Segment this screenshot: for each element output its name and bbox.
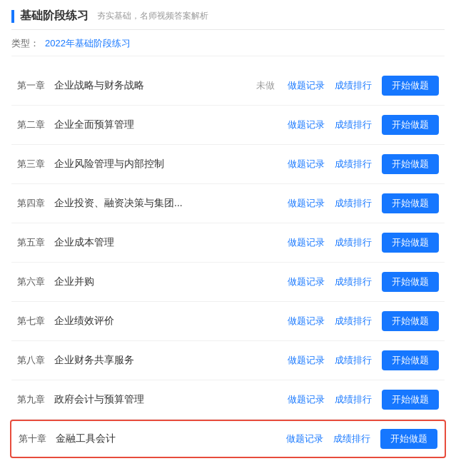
start-button[interactable]: 开始做题 xyxy=(382,233,439,253)
chapter-list: 第一章企业战略与财务战略未做做题记录成绩排行开始做题第二章企业全面预算管理做题记… xyxy=(11,66,445,458)
chapter-name: 企业成本管理 xyxy=(54,236,288,249)
chapter-item: 第五章企业成本管理做题记录成绩排行开始做题 xyxy=(11,223,445,263)
chapter-status: 未做 xyxy=(256,79,275,92)
start-button[interactable]: 开始做题 xyxy=(382,76,439,96)
chapter-number: 第三章 xyxy=(17,158,54,171)
score-rank-link[interactable]: 成绩排行 xyxy=(335,393,372,406)
do-record-link[interactable]: 做题记录 xyxy=(286,432,323,445)
chapter-item: 第六章企业并购做题记录成绩排行开始做题 xyxy=(11,263,445,302)
chapter-item: 第十章金融工具会计做题记录成绩排行开始做题 xyxy=(10,420,446,458)
chapter-number: 第九章 xyxy=(17,393,54,406)
do-record-link[interactable]: 做题记录 xyxy=(288,275,325,288)
start-button[interactable]: 开始做题 xyxy=(382,311,439,331)
start-button[interactable]: 开始做题 xyxy=(380,429,437,449)
start-button[interactable]: 开始做题 xyxy=(382,154,439,174)
chapter-item: 第一章企业战略与财务战略未做做题记录成绩排行开始做题 xyxy=(11,66,445,106)
main-container: 基础阶段练习 夯实基础，名师视频答案解析 类型： 2022年基础阶段练习 第一章… xyxy=(0,0,456,476)
start-button[interactable]: 开始做题 xyxy=(382,115,439,135)
chapter-number: 第七章 xyxy=(17,315,54,328)
start-button[interactable]: 开始做题 xyxy=(382,272,439,292)
chapter-name: 政府会计与预算管理 xyxy=(54,393,288,406)
filter-label: 类型： xyxy=(11,37,39,50)
score-rank-link[interactable]: 成绩排行 xyxy=(335,236,372,249)
score-rank-link[interactable]: 成绩排行 xyxy=(335,197,372,210)
chapter-name: 金融工具会计 xyxy=(56,432,286,445)
score-rank-link[interactable]: 成绩排行 xyxy=(333,432,370,445)
do-record-link[interactable]: 做题记录 xyxy=(288,315,325,328)
start-button[interactable]: 开始做题 xyxy=(382,350,439,370)
chapter-number: 第四章 xyxy=(17,197,54,210)
score-rank-link[interactable]: 成绩排行 xyxy=(335,158,372,171)
score-rank-link[interactable]: 成绩排行 xyxy=(335,315,372,328)
chapter-number: 第五章 xyxy=(17,236,54,249)
section-header: 基础阶段练习 夯实基础，名师视频答案解析 xyxy=(11,9,445,30)
score-rank-link[interactable]: 成绩排行 xyxy=(335,275,372,288)
start-button[interactable]: 开始做题 xyxy=(382,390,439,410)
score-rank-link[interactable]: 成绩排行 xyxy=(335,354,372,367)
chapter-name: 企业绩效评价 xyxy=(54,315,288,328)
title-bar-accent xyxy=(11,10,14,23)
score-rank-link[interactable]: 成绩排行 xyxy=(335,79,372,92)
do-record-link[interactable]: 做题记录 xyxy=(288,158,325,171)
chapter-item: 第四章企业投资、融资决策与集团...做题记录成绩排行开始做题 xyxy=(11,184,445,223)
start-button[interactable]: 开始做题 xyxy=(382,193,439,213)
do-record-link[interactable]: 做题记录 xyxy=(288,236,325,249)
chapter-number: 第十章 xyxy=(19,432,56,445)
section-subtitle: 夯实基础，名师视频答案解析 xyxy=(97,10,208,22)
chapter-number: 第一章 xyxy=(17,79,54,92)
chapter-number: 第二章 xyxy=(17,118,54,131)
chapter-item: 第八章企业财务共享服务做题记录成绩排行开始做题 xyxy=(11,341,445,380)
chapter-name: 企业并购 xyxy=(54,275,288,288)
do-record-link[interactable]: 做题记录 xyxy=(288,79,325,92)
score-rank-link[interactable]: 成绩排行 xyxy=(335,118,372,131)
chapter-name: 企业战略与财务战略 xyxy=(54,79,256,92)
do-record-link[interactable]: 做题记录 xyxy=(288,197,325,210)
filter-row: 类型： 2022年基础阶段练习 xyxy=(11,37,445,56)
chapter-number: 第六章 xyxy=(17,275,54,288)
do-record-link[interactable]: 做题记录 xyxy=(288,354,325,367)
chapter-name: 企业风险管理与内部控制 xyxy=(54,158,288,171)
do-record-link[interactable]: 做题记录 xyxy=(288,118,325,131)
chapter-item: 第二章企业全面预算管理做题记录成绩排行开始做题 xyxy=(11,106,445,145)
do-record-link[interactable]: 做题记录 xyxy=(288,393,325,406)
section-title: 基础阶段练习 xyxy=(20,9,88,24)
chapter-name: 企业投资、融资决策与集团... xyxy=(54,197,288,210)
chapter-item: 第九章政府会计与预算管理做题记录成绩排行开始做题 xyxy=(11,380,445,420)
filter-value[interactable]: 2022年基础阶段练习 xyxy=(45,37,131,50)
chapter-name: 企业全面预算管理 xyxy=(54,118,288,131)
chapter-number: 第八章 xyxy=(17,354,54,367)
chapter-item: 第七章企业绩效评价做题记录成绩排行开始做题 xyxy=(11,302,445,341)
chapter-name: 企业财务共享服务 xyxy=(54,354,288,367)
chapter-item: 第三章企业风险管理与内部控制做题记录成绩排行开始做题 xyxy=(11,145,445,184)
